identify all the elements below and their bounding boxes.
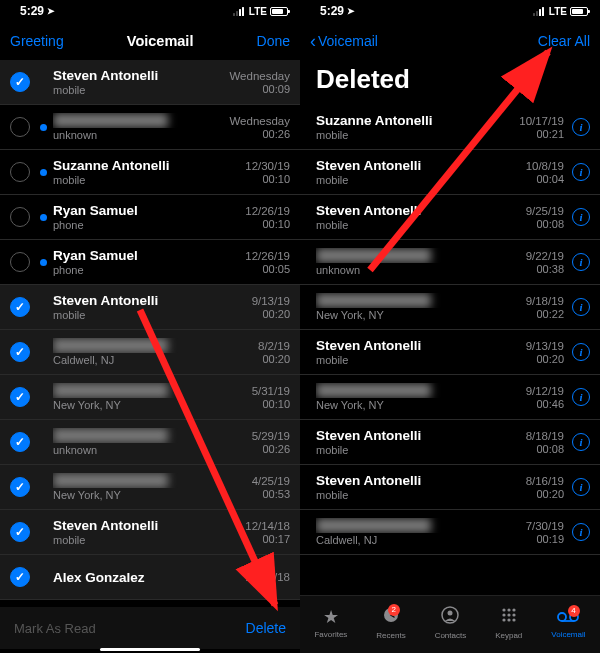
info-button[interactable]: i bbox=[572, 163, 590, 181]
location-icon: ➤ bbox=[347, 6, 355, 16]
deleted-row[interactable]: Steven Antonellimobile8/16/1900:20i bbox=[300, 465, 600, 510]
caller-name: Steven Antonelli bbox=[316, 428, 520, 443]
info-button[interactable]: i bbox=[572, 478, 590, 496]
voicemail-date: 12/14/18 bbox=[245, 520, 290, 532]
voicemail-date: Wednesday bbox=[229, 70, 290, 82]
select-checkbox[interactable] bbox=[10, 117, 30, 137]
voicemail-row[interactable]: ✓████████████New York, NY4/25/1900:53 bbox=[0, 465, 300, 510]
caller-sublabel: mobile bbox=[316, 489, 520, 501]
deleted-row[interactable]: Steven Antonellimobile10/8/1900:04i bbox=[300, 150, 600, 195]
tab-favorites[interactable]: ★ Favorites bbox=[314, 606, 347, 639]
info-button[interactable]: i bbox=[572, 388, 590, 406]
caller-sublabel: unknown bbox=[53, 444, 246, 456]
clear-all-button[interactable]: Clear All bbox=[538, 33, 590, 49]
keypad-icon bbox=[500, 606, 518, 629]
caller-sublabel: phone bbox=[53, 219, 239, 231]
voicemail-row[interactable]: ✓████████████New York, NY5/31/1900:10 bbox=[0, 375, 300, 420]
caller-name: ████████████ bbox=[53, 473, 246, 488]
voicemail-row[interactable]: ✓Steven AntonellimobileWednesday00:09 bbox=[0, 60, 300, 105]
select-checkbox[interactable]: ✓ bbox=[10, 477, 30, 497]
voicemail-edit-screen: 5:29 ➤ LTE Greeting Voicemail Done ✓Stev… bbox=[0, 0, 300, 653]
voicemail-row[interactable]: Suzanne Antonellimobile12/30/1900:10 bbox=[0, 150, 300, 195]
select-checkbox[interactable]: ✓ bbox=[10, 342, 30, 362]
voicemail-row[interactable]: Ryan Samuelphone12/26/1900:05 bbox=[0, 240, 300, 285]
deleted-row[interactable]: ████████████New York, NY9/12/1900:46i bbox=[300, 375, 600, 420]
select-checkbox[interactable]: ✓ bbox=[10, 297, 30, 317]
info-button[interactable]: i bbox=[572, 433, 590, 451]
info-icon: i bbox=[579, 436, 582, 448]
voicemail-date: 12/26/19 bbox=[245, 205, 290, 217]
done-button[interactable]: Done bbox=[257, 33, 290, 49]
deleted-list[interactable]: Suzanne Antonellimobile10/17/1900:21iSte… bbox=[300, 105, 600, 555]
status-bar: 5:29 ➤ LTE bbox=[0, 0, 300, 22]
voicemail-row[interactable]: ✓████████████Caldwell, NJ8/2/1900:20 bbox=[0, 330, 300, 375]
svg-point-6 bbox=[502, 613, 505, 616]
voicemail-row[interactable]: ████████████unknownWednesday00:26 bbox=[0, 105, 300, 150]
deleted-row[interactable]: Steven Antonellimobile8/18/1900:08i bbox=[300, 420, 600, 465]
svg-point-2 bbox=[448, 610, 453, 615]
voicemail-duration: 00:19 bbox=[526, 533, 564, 545]
deleted-row[interactable]: Steven Antonellimobile9/13/1900:20i bbox=[300, 330, 600, 375]
select-checkbox[interactable]: ✓ bbox=[10, 432, 30, 452]
back-label: Voicemail bbox=[318, 33, 378, 49]
svg-point-10 bbox=[507, 618, 510, 621]
home-indicator[interactable] bbox=[100, 648, 200, 652]
caller-sublabel: mobile bbox=[316, 174, 520, 186]
voicemail-row[interactable]: Ryan Samuelphone12/26/1900:10 bbox=[0, 195, 300, 240]
caller-name: Steven Antonelli bbox=[316, 158, 520, 173]
info-button[interactable]: i bbox=[572, 208, 590, 226]
select-checkbox[interactable]: ✓ bbox=[10, 567, 30, 587]
deleted-row[interactable]: ████████████New York, NY9/18/1900:22i bbox=[300, 285, 600, 330]
caller-sublabel: Caldwell, NJ bbox=[53, 354, 252, 366]
back-button[interactable]: ‹ Voicemail bbox=[310, 31, 378, 52]
info-button[interactable]: i bbox=[572, 118, 590, 136]
info-button[interactable]: i bbox=[572, 523, 590, 541]
select-checkbox[interactable] bbox=[10, 252, 30, 272]
voicemail-date: 8/2/19 bbox=[258, 340, 290, 352]
voicemail-duration: 00:26 bbox=[252, 443, 290, 455]
info-button[interactable]: i bbox=[572, 343, 590, 361]
select-checkbox[interactable] bbox=[10, 162, 30, 182]
greeting-button[interactable]: Greeting bbox=[10, 33, 64, 49]
select-checkbox[interactable]: ✓ bbox=[10, 387, 30, 407]
voicemail-row[interactable]: ✓Alex Gonzalez10/19/18 bbox=[0, 555, 300, 600]
select-checkbox[interactable]: ✓ bbox=[10, 522, 30, 542]
unread-dot bbox=[40, 574, 47, 581]
caller-name: Steven Antonelli bbox=[53, 518, 239, 533]
caller-sublabel: mobile bbox=[316, 129, 513, 141]
unread-dot bbox=[40, 214, 47, 221]
deleted-row[interactable]: Suzanne Antonellimobile10/17/1900:21i bbox=[300, 105, 600, 150]
voicemail-duration: 00:22 bbox=[526, 308, 564, 320]
voicemail-row[interactable]: ✓Steven Antonellimobile12/14/1800:17 bbox=[0, 510, 300, 555]
svg-point-5 bbox=[512, 608, 515, 611]
caller-sublabel: mobile bbox=[316, 354, 520, 366]
info-button[interactable]: i bbox=[572, 298, 590, 316]
caller-sublabel: Caldwell, NJ bbox=[316, 534, 520, 546]
tab-keypad[interactable]: Keypad bbox=[495, 606, 522, 640]
deleted-row[interactable]: ████████████unknown9/22/1900:38i bbox=[300, 240, 600, 285]
select-checkbox[interactable] bbox=[10, 207, 30, 227]
delete-button[interactable]: Delete bbox=[246, 620, 286, 636]
tab-recents[interactable]: 2 Recents bbox=[376, 606, 405, 640]
caller-name: ████████████ bbox=[316, 293, 520, 308]
caller-sublabel: New York, NY bbox=[316, 399, 520, 411]
voicemail-row[interactable]: ✓Steven Antonellimobile9/13/1900:20 bbox=[0, 285, 300, 330]
info-icon: i bbox=[579, 391, 582, 403]
voicemail-date: 7/30/19 bbox=[526, 520, 564, 532]
mark-as-read-button[interactable]: Mark As Read bbox=[14, 621, 96, 636]
tab-contacts[interactable]: Contacts bbox=[435, 606, 467, 640]
deleted-row[interactable]: ████████████Caldwell, NJ7/30/1900:19i bbox=[300, 510, 600, 555]
unread-dot bbox=[40, 484, 47, 491]
status-time: 5:29 bbox=[20, 4, 44, 18]
info-button[interactable]: i bbox=[572, 253, 590, 271]
voicemail-date: 9/13/19 bbox=[252, 295, 290, 307]
tab-voicemail[interactable]: 4 Voicemail bbox=[551, 607, 585, 639]
deleted-row[interactable]: Steven Antonellimobile9/25/1900:08i bbox=[300, 195, 600, 240]
voicemail-row[interactable]: ✓████████████unknown5/29/1900:26 bbox=[0, 420, 300, 465]
status-time: 5:29 bbox=[320, 4, 344, 18]
caller-sublabel: mobile bbox=[316, 444, 520, 456]
voicemail-list[interactable]: ✓Steven AntonellimobileWednesday00:09███… bbox=[0, 60, 300, 600]
voicemail-duration: 00:08 bbox=[526, 218, 564, 230]
select-checkbox[interactable]: ✓ bbox=[10, 72, 30, 92]
status-bar: 5:29 ➤ LTE bbox=[300, 0, 600, 22]
